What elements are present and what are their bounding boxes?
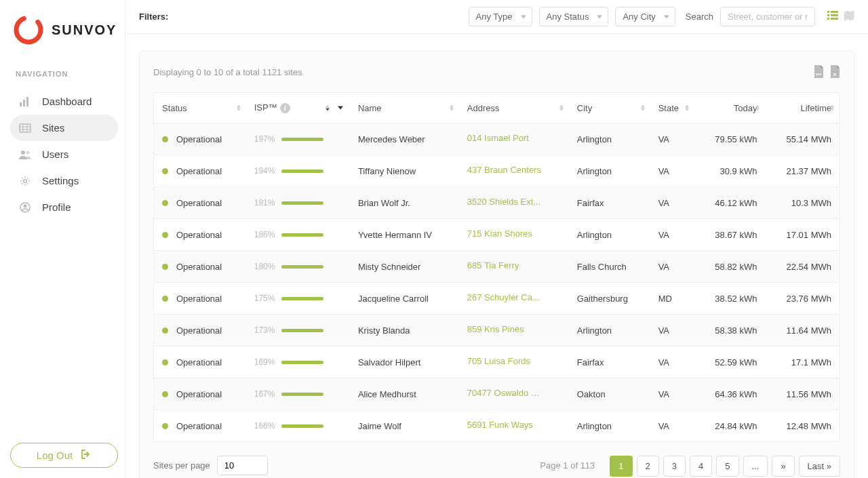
cell-isp: 186% [246, 219, 350, 251]
page-button[interactable]: Last » [799, 456, 840, 477]
svg-point-9 [21, 151, 25, 155]
sidebar-item-dashboard[interactable]: Dashboard [10, 88, 118, 115]
isp-bar [281, 297, 323, 300]
col-lifetime[interactable]: Lifetime [765, 93, 840, 123]
col-today[interactable]: Today [694, 93, 765, 123]
cell-isp: 175% [246, 283, 350, 315]
map-view-icon[interactable] [844, 10, 854, 23]
cell-address: 685 Tia Ferry [459, 251, 569, 283]
sidebar-item-settings[interactable]: Settings [10, 167, 118, 194]
table-row[interactable]: Operational186%Yvette Hermann IV715 Kian… [154, 219, 840, 251]
search-input[interactable] [720, 7, 815, 26]
table-row[interactable]: Operational167%Alice Medhurst70477 Oswal… [154, 378, 840, 410]
address-link[interactable]: 014 Ismael Port [467, 133, 529, 143]
table-row[interactable]: Operational197%Mercedes Weber014 Ismael … [154, 123, 840, 155]
cell-state: VA [650, 410, 695, 442]
brand-name: SUNVOY [52, 22, 117, 38]
main-content: Filters: Any Type Any Status Any City Se… [125, 0, 868, 478]
cell-today: 38.52 kWh [694, 283, 765, 315]
cell-address: 70477 Oswaldo F... [459, 378, 569, 410]
cell-lifetime: 11.64 MWh [765, 315, 840, 346]
cell-city: Falls Church [569, 251, 650, 283]
col-city[interactable]: City [569, 93, 650, 123]
export-csv-icon[interactable]: csv [813, 65, 824, 79]
isp-bar [281, 329, 323, 332]
cell-isp: 197% [246, 123, 350, 155]
cell-city: Arlington [569, 219, 650, 251]
col-state[interactable]: State [650, 93, 695, 123]
cell-today: 30.9 kWh [694, 155, 765, 187]
cell-today: 58.82 kWh [694, 251, 765, 283]
page-button[interactable]: 2 [637, 456, 659, 477]
list-view-icon[interactable] [827, 10, 838, 23]
address-link[interactable]: 267 Schuyler Ca... [467, 292, 540, 302]
svg-rect-18 [827, 18, 829, 20]
svg-point-13 [24, 204, 27, 207]
cell-name: Alice Medhurst [350, 378, 459, 410]
cell-name: Brian Wolf Jr. [350, 187, 459, 219]
cell-address: 5691 Funk Ways [459, 410, 569, 442]
address-link[interactable]: 715 Kian Shores [467, 228, 532, 239]
col-status[interactable]: Status [154, 93, 246, 123]
cell-name: Kristy Blanda [350, 315, 459, 346]
page-button[interactable]: 5 [716, 456, 738, 477]
sidebar-item-profile[interactable]: Profile [10, 194, 118, 220]
table-row[interactable]: Operational180%Misty Schneider685 Tia Fe… [154, 251, 840, 283]
sidebar-item-sites[interactable]: Sites [10, 115, 118, 141]
address-link[interactable]: 437 Braun Centers [467, 165, 541, 175]
table-row[interactable]: Operational194%Tiffany Nienow437 Braun C… [154, 155, 840, 187]
table-row[interactable]: Operational175%Jacqueline Carroll267 Sch… [154, 283, 840, 315]
logout-button[interactable]: Log Out [10, 443, 118, 468]
cell-city: Arlington [569, 123, 650, 155]
address-link[interactable]: 685 Tia Ferry [467, 260, 519, 271]
table-row[interactable]: Operational191%Brian Wolf Jr.3520 Shield… [154, 187, 840, 219]
export-excel-icon[interactable]: x [829, 65, 840, 79]
cell-address: 437 Braun Centers [459, 155, 569, 187]
col-isp[interactable]: ISP™i [246, 93, 350, 123]
cell-state: VA [650, 378, 695, 410]
page-button[interactable]: 3 [663, 456, 686, 477]
page-button[interactable]: 4 [690, 456, 712, 477]
cell-name: Mercedes Weber [350, 123, 459, 155]
table-row[interactable]: Operational173%Kristy Blanda859 Kris Pin… [154, 315, 840, 346]
cell-address: 859 Kris Pines [459, 315, 569, 346]
col-name[interactable]: Name [350, 93, 459, 123]
status-dot-icon [162, 136, 168, 142]
address-link[interactable]: 705 Luisa Fords [467, 356, 530, 366]
status-dot-icon [162, 359, 168, 365]
table-row[interactable]: Operational166%Jaime Wolf5691 Funk WaysA… [154, 410, 840, 442]
cell-isp: 191% [246, 187, 350, 219]
cell-isp: 167% [246, 378, 350, 410]
address-link[interactable]: 5691 Funk Ways [467, 420, 533, 430]
page-button[interactable]: ... [743, 456, 768, 477]
cell-lifetime: 23.76 MWh [765, 283, 840, 315]
table-row[interactable]: Operational169%Salvador Hilpert705 Luisa… [154, 346, 840, 378]
address-link[interactable]: 859 Kris Pines [467, 324, 524, 334]
col-address[interactable]: Address [459, 93, 569, 123]
address-link[interactable]: 3520 Shields Ext... [467, 197, 540, 207]
filter-type-select[interactable]: Any Type [469, 7, 532, 26]
isp-bar [281, 201, 323, 205]
svg-point-10 [26, 151, 30, 154]
svg-rect-3 [26, 97, 28, 106]
profile-icon [18, 202, 32, 213]
isp-bar [281, 138, 323, 141]
logo-ring-icon [12, 14, 45, 46]
page-button[interactable]: 1 [610, 456, 632, 477]
page-button[interactable]: » [772, 456, 794, 477]
sidebar: SUNVOY NAVIGATION DashboardSitesUsersSet… [0, 0, 125, 478]
cell-address: 3520 Shields Ext... [459, 187, 569, 219]
cell-status: Operational [154, 123, 246, 155]
address-link[interactable]: 70477 Oswaldo F... [467, 388, 542, 398]
cell-today: 38.67 kWh [694, 219, 765, 251]
cell-status: Operational [154, 251, 246, 283]
sidebar-item-users[interactable]: Users [10, 141, 118, 167]
per-page-input[interactable] [217, 456, 268, 475]
cell-lifetime: 17.1 MWh [765, 346, 840, 378]
nav-label: Users [42, 148, 68, 160]
svg-rect-1 [20, 102, 22, 106]
info-icon[interactable]: i [280, 103, 290, 113]
filter-city-select[interactable]: Any City [615, 7, 675, 26]
filter-status-select[interactable]: Any Status [539, 7, 609, 26]
cell-city: Fairfax [569, 187, 650, 219]
